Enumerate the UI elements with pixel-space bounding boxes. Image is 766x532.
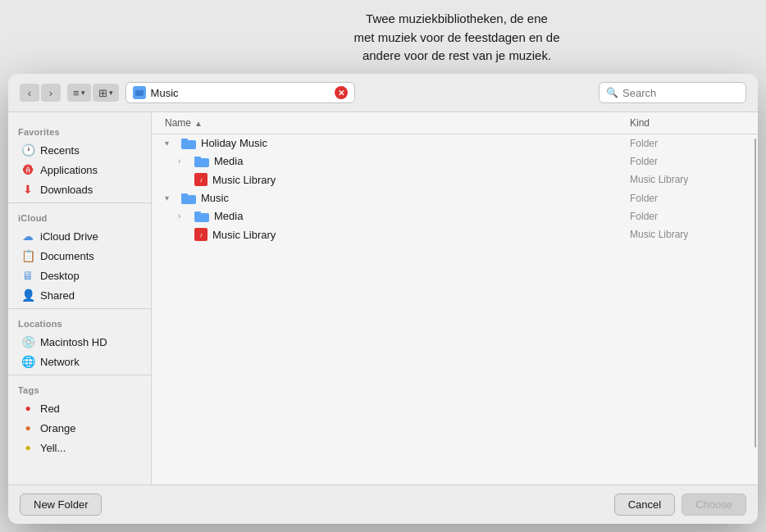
- row-name: ♪ Music Library: [178, 173, 630, 186]
- row-name: ▾ Holiday Music: [165, 137, 630, 149]
- annotation-line1: Twee muziekbibliotheken, de ene: [366, 11, 548, 25]
- sidebar-item-downloads[interactable]: ⬇ Downloads: [11, 180, 148, 199]
- col-name-header[interactable]: Name ▲: [165, 117, 630, 129]
- location-folder-icon: [133, 86, 146, 99]
- row-name: › Media: [178, 155, 630, 167]
- annotation-text: Twee muziekbibliotheken, de ene met muzi…: [148, 0, 766, 72]
- sidebar-item-documents[interactable]: 📋 Documents: [11, 246, 148, 266]
- col-kind-header[interactable]: Kind: [630, 117, 745, 129]
- tag-red-label: Red: [40, 402, 60, 415]
- tags-section-label: Tags: [8, 379, 151, 398]
- search-bar[interactable]: 🔍: [599, 82, 746, 103]
- shared-icon: 👤: [21, 289, 34, 302]
- recents-label: Recents: [40, 144, 80, 157]
- sidebar-item-tag-orange[interactable]: ● Orange: [11, 418, 148, 438]
- desktop-icon: 🖥: [21, 269, 34, 282]
- tag-orange-label: Orange: [40, 422, 75, 434]
- sidebar-item-icloud-drive[interactable]: ☁ iCloud Drive: [11, 226, 148, 246]
- list-dropdown-icon: ▾: [81, 89, 85, 97]
- network-label: Network: [40, 356, 80, 368]
- row-kind: Music Library: [630, 174, 745, 185]
- new-folder-button[interactable]: New Folder: [20, 493, 102, 516]
- sidebar-item-tag-yellow[interactable]: ● Yell...: [11, 438, 148, 457]
- sidebar-item-applications[interactable]: 🅐 Applications: [11, 160, 148, 180]
- music-library-icon: ♪: [194, 173, 207, 186]
- svg-rect-1: [181, 139, 188, 142]
- applications-icon: 🅐: [21, 163, 34, 176]
- list-icon: ≡: [73, 87, 80, 99]
- file-name: Holiday Music: [201, 137, 267, 149]
- location-clear-button[interactable]: ✕: [335, 86, 348, 99]
- sidebar-item-macintosh-hd[interactable]: 💿 Macintosh HD: [11, 332, 148, 352]
- svg-rect-5: [181, 193, 188, 197]
- nav-back-button[interactable]: ‹: [20, 84, 39, 102]
- row-name: ♪ Music Library: [178, 228, 630, 241]
- documents-label: Documents: [40, 250, 94, 262]
- network-icon: 🌐: [21, 355, 34, 368]
- icloud-drive-icon: ☁: [21, 230, 34, 243]
- bracket-line: [755, 139, 756, 448]
- nav-forward-button[interactable]: ›: [41, 84, 61, 102]
- icloud-drive-label: iCloud Drive: [40, 230, 98, 243]
- grid-icon: ⊞: [98, 87, 107, 99]
- table-row[interactable]: ♪ Music Library Music Library: [152, 171, 758, 189]
- view-list-button[interactable]: ≡ ▾: [67, 84, 91, 102]
- file-name: Media: [214, 210, 243, 222]
- view-grid-button[interactable]: ⊞ ▾: [93, 84, 119, 102]
- grid-dropdown-icon: ▾: [109, 89, 113, 97]
- choose-button[interactable]: Choose: [682, 493, 746, 516]
- downloads-label: Downloads: [40, 184, 93, 196]
- tag-yellow-label: Yell...: [40, 442, 66, 454]
- expand-arrow-icon: ›: [178, 157, 189, 166]
- svg-rect-3: [194, 157, 201, 160]
- divider-1: [8, 202, 151, 203]
- sidebar-item-tag-red[interactable]: ● Red: [11, 398, 148, 418]
- col-name-label: Name: [165, 117, 191, 129]
- table-row[interactable]: › Media Folder: [152, 207, 758, 225]
- macintosh-hd-icon: 💿: [21, 335, 34, 348]
- tag-red-icon: ●: [21, 402, 34, 415]
- tag-yellow-icon: ●: [21, 441, 34, 454]
- folder-icon: [194, 156, 209, 167]
- col-kind-label: Kind: [630, 117, 650, 129]
- shared-label: Shared: [40, 289, 75, 302]
- expand-arrow-icon: ›: [178, 211, 189, 221]
- applications-label: Applications: [40, 164, 98, 176]
- nav-buttons: ‹ ›: [20, 84, 61, 102]
- scroll-bracket: [748, 134, 758, 484]
- row-kind: Folder: [630, 193, 745, 204]
- sidebar-item-network[interactable]: 🌐 Network: [11, 352, 148, 371]
- toolbar: ‹ › ≡ ▾ ⊞ ▾ Music ✕ 🔍: [8, 74, 758, 112]
- table-row[interactable]: › Media Folder: [152, 152, 758, 171]
- sidebar-item-recents[interactable]: 🕐 Recents: [11, 140, 148, 160]
- sidebar-item-desktop[interactable]: 🖥 Desktop: [11, 266, 148, 285]
- file-dialog: ‹ › ≡ ▾ ⊞ ▾ Music ✕ 🔍 Favorites: [8, 74, 758, 524]
- table-row[interactable]: ▾ Holiday Music Folder: [152, 134, 758, 152]
- sidebar-item-shared[interactable]: 👤 Shared: [11, 285, 148, 305]
- music-library-icon: ♪: [194, 228, 207, 241]
- recents-icon: 🕐: [21, 143, 34, 157]
- location-bar[interactable]: Music ✕: [125, 82, 355, 103]
- expand-arrow-icon: ▾: [165, 193, 176, 202]
- table-row[interactable]: ♪ Music Library Music Library: [152, 225, 758, 244]
- svg-rect-7: [194, 211, 201, 215]
- sort-arrow-icon: ▲: [194, 119, 203, 128]
- expand-arrow-icon: ▾: [165, 139, 176, 148]
- search-icon: 🔍: [606, 87, 618, 98]
- sidebar: Favorites 🕐 Recents 🅐 Applications ⬇ Dow…: [8, 112, 152, 484]
- annotation-line3: andere voor de rest van je muziek.: [362, 48, 551, 62]
- main-content: Favorites 🕐 Recents 🅐 Applications ⬇ Dow…: [8, 112, 758, 484]
- table-row[interactable]: ▾ Music Folder: [152, 189, 758, 207]
- file-pane: Name ▲ Kind ▾ Holiday: [152, 112, 758, 484]
- search-input[interactable]: [622, 87, 758, 99]
- file-name: Music Library: [212, 229, 276, 241]
- macintosh-hd-label: Macintosh HD: [40, 336, 107, 348]
- folder-icon: [181, 138, 196, 149]
- view-buttons: ≡ ▾ ⊞ ▾: [67, 84, 119, 102]
- file-table-header: Name ▲ Kind: [152, 112, 758, 134]
- favorites-section-label: Favorites: [8, 120, 151, 140]
- row-kind: Folder: [630, 211, 745, 222]
- annotation-line2: met muziek voor de feestdagen en de: [354, 30, 560, 44]
- file-name: Media: [214, 155, 243, 167]
- cancel-button[interactable]: Cancel: [614, 493, 675, 516]
